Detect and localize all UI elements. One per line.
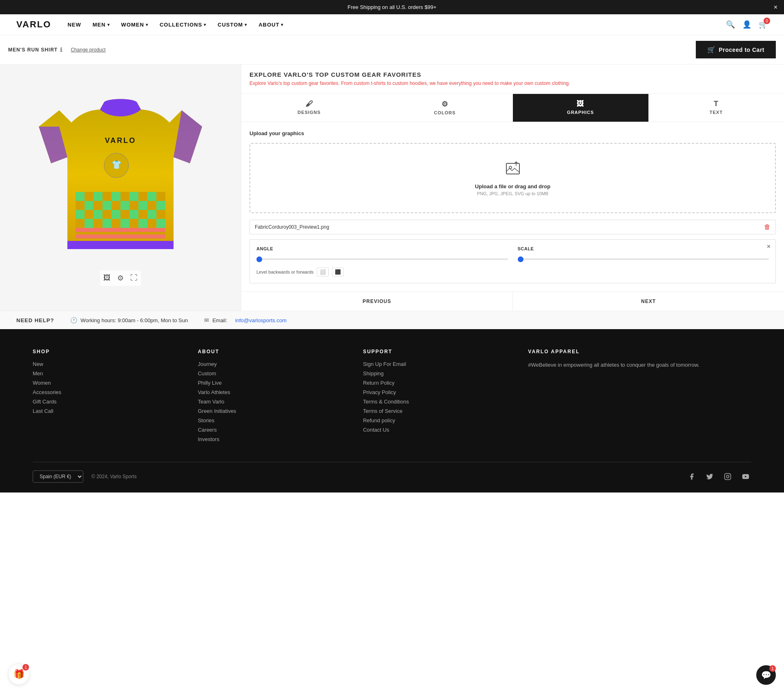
scale-col: Scale <box>518 246 769 261</box>
angle-col: Angle <box>256 246 508 261</box>
footer-link-accessories[interactable]: Accessories <box>33 389 181 395</box>
svg-rect-14 <box>129 210 138 219</box>
footer-link-last-call[interactable]: Last Call <box>33 408 181 414</box>
nav-item-custom[interactable]: CUSTOM ▾ <box>218 22 247 28</box>
svg-text:VARLO: VARLO <box>105 136 136 145</box>
logo[interactable]: VARLO <box>16 19 51 30</box>
header-icons: 🔍 👤 🛒 0 <box>726 20 768 29</box>
nav-item-men[interactable]: MEN ▾ <box>93 22 110 28</box>
info-icon[interactable]: ℹ <box>60 47 62 53</box>
footer-link-signup-email[interactable]: Sign Up For Email <box>363 361 512 367</box>
help-label: NEED HELP? <box>16 317 54 323</box>
email-icon: ✉ <box>204 317 209 323</box>
footer-link-shipping[interactable]: Shipping <box>363 370 512 377</box>
subheader: MEN'S RUN SHIRT ℹ Change product 🛒 Proce… <box>0 35 784 65</box>
cart-icon[interactable]: 🛒 0 <box>759 20 768 29</box>
angle-slider[interactable] <box>256 258 508 260</box>
footer: SHOP New Men Women Accessories Gift Card… <box>0 329 784 492</box>
svg-rect-6 <box>85 201 94 210</box>
chevron-down-icon: ▾ <box>107 22 110 27</box>
svg-rect-1 <box>76 192 85 201</box>
layer-back-button[interactable]: ⬜ <box>317 267 329 276</box>
facebook-icon[interactable] <box>686 471 697 482</box>
svg-rect-11 <box>76 210 85 219</box>
layer-forward-button[interactable]: ⬛ <box>332 267 344 276</box>
twitter-icon[interactable] <box>704 471 715 482</box>
nav-item-women[interactable]: WOMEN ▾ <box>121 22 148 28</box>
file-delete-button[interactable]: 🗑 <box>764 223 771 231</box>
footer-link-varlo-athletes[interactable]: Varlo Athletes <box>198 389 346 395</box>
banner-close[interactable]: × <box>774 4 777 11</box>
svg-rect-12 <box>94 210 102 219</box>
footer-link-careers[interactable]: Careers <box>198 427 346 433</box>
banner-message: Free Shipping on all U.S. orders $99+ <box>347 4 437 10</box>
svg-rect-16 <box>85 219 94 228</box>
footer-link-philly-live[interactable]: Philly Live <box>198 380 346 386</box>
header: VARLO NEW MEN ▾ WOMEN ▾ COLLECTIONS ▾ CU… <box>0 14 784 35</box>
footer-link-terms-conditions[interactable]: Terms & Conditions <box>363 399 512 405</box>
designs-tab-icon: 🖌 <box>305 100 313 108</box>
footer-link-men[interactable]: Men <box>33 370 181 377</box>
nav-item-collections[interactable]: COLLECTIONS ▾ <box>160 22 206 28</box>
footer-link-new[interactable]: New <box>33 361 181 367</box>
youtube-icon[interactable] <box>740 471 751 482</box>
locale-selector[interactable]: Spain (EUR €) <box>33 470 83 483</box>
tab-graphics[interactable]: 🖼 GRAPHICS <box>513 94 648 122</box>
account-icon[interactable]: 👤 <box>742 20 751 29</box>
cart-proceed-icon: 🛒 <box>707 46 716 53</box>
footer-link-privacy-policy[interactable]: Privacy Policy <box>363 389 512 395</box>
footer-col-support: SUPPORT Sign Up For Email Shipping Retur… <box>363 349 512 446</box>
previous-button[interactable]: PREVIOUS <box>241 292 513 311</box>
svg-rect-10 <box>156 201 165 210</box>
footer-col-about: ABOUT Journey Custom Philly Live Varlo A… <box>198 349 346 446</box>
footer-link-terms-service[interactable]: Terms of Service <box>363 408 512 414</box>
cart-badge: 0 <box>764 18 770 24</box>
help-email: ✉ Email: info@varlosports.com <box>204 317 287 323</box>
colors-tab-icon: ⚙ <box>441 100 448 109</box>
upload-section-title: Upload your graphics <box>249 130 776 136</box>
footer-link-investors[interactable]: Investors <box>198 436 346 442</box>
nav-item-new[interactable]: NEW <box>67 22 81 28</box>
footer-link-refund-policy[interactable]: Refund policy <box>363 417 512 423</box>
scale-label: Scale <box>518 246 769 251</box>
footer-link-gift-cards[interactable]: Gift Cards <box>33 399 181 405</box>
footer-link-green-initiatives[interactable]: Green Initiatives <box>198 408 346 414</box>
graphics-editor-close[interactable]: × <box>767 243 771 250</box>
search-icon[interactable]: 🔍 <box>726 20 735 29</box>
footer-link-team-varlo[interactable]: Team Varlo <box>198 399 346 405</box>
nav-item-about[interactable]: ABOUT ▾ <box>258 22 283 28</box>
layer-row: Level backwards or forwards ⬜ ⬛ <box>256 267 769 276</box>
upload-dropzone[interactable]: Upload a file or drag and drop PNG, JPG,… <box>249 143 776 213</box>
help-email-link[interactable]: info@varlosports.com <box>235 317 287 323</box>
change-product-link[interactable]: Change product <box>71 47 105 53</box>
proceed-to-cart-button[interactable]: 🛒 Proceed to Cart <box>696 41 776 58</box>
settings-button[interactable]: ⚙ <box>117 274 124 283</box>
layer-label: Level backwards or forwards <box>256 270 314 274</box>
svg-point-32 <box>729 475 730 475</box>
footer-link-custom[interactable]: Custom <box>198 370 346 377</box>
tab-text[interactable]: T TEXT <box>648 94 784 122</box>
upload-icon <box>258 160 767 180</box>
tab-colors[interactable]: ⚙ COLORS <box>377 94 512 122</box>
tab-designs[interactable]: 🖌 DESIGNS <box>241 94 377 122</box>
scale-slider[interactable] <box>518 258 769 260</box>
svg-rect-13 <box>111 210 120 219</box>
footer-link-stories[interactable]: Stories <box>198 417 346 423</box>
footer-grid: SHOP New Men Women Accessories Gift Card… <box>33 349 751 446</box>
panel-body: Upload your graphics Upload a file or dr… <box>241 122 784 292</box>
next-button[interactable]: NEXT <box>513 292 784 311</box>
main-content: VARLO 👕 🖼 ⚙ ⛶ EXPLORE VARLO'S TOP CUSTOM… <box>0 65 784 311</box>
footer-link-contact[interactable]: Contact Us <box>363 427 512 433</box>
panel-subtitle: Explore Varlo's top custom gear favorite… <box>249 80 776 87</box>
footer-link-journey[interactable]: Journey <box>198 361 346 367</box>
svg-rect-21 <box>76 228 165 232</box>
instagram-icon[interactable] <box>722 471 733 482</box>
angle-label: Angle <box>256 246 508 251</box>
image-view-button[interactable]: 🖼 <box>103 274 111 283</box>
svg-rect-5 <box>147 192 156 201</box>
footer-link-women[interactable]: Women <box>33 380 181 386</box>
scale-slider-container <box>518 254 769 261</box>
svg-rect-17 <box>102 219 111 228</box>
footer-link-return-policy[interactable]: Return Policy <box>363 380 512 386</box>
fullscreen-button[interactable]: ⛶ <box>130 274 138 283</box>
